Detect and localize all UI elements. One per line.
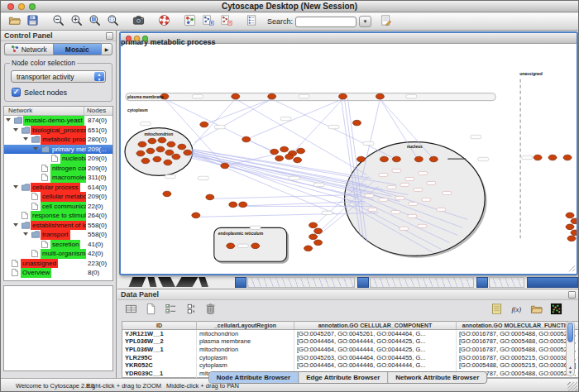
network-node[interactable] bbox=[227, 243, 235, 249]
network-node[interactable] bbox=[567, 236, 576, 241]
tree-row[interactable]: cell communicat22(0) bbox=[4, 202, 112, 212]
table-row[interactable]: YPL036W__1mitochondrion[GO:0044464, GO:0… bbox=[122, 346, 579, 354]
vizmapper-button[interactable] bbox=[180, 14, 199, 30]
tree-row[interactable]: nitrogen compo209(0) bbox=[4, 164, 112, 174]
table-row[interactable]: YJR121W__1mitochondrion[GO:0045267, GO:0… bbox=[122, 330, 579, 338]
table-cell[interactable]: YKR052C bbox=[122, 361, 197, 370]
minimize-network-icon[interactable] bbox=[134, 36, 140, 41]
search-input[interactable] bbox=[295, 17, 356, 27]
tree-row[interactable]: establishment of lo558(0) bbox=[4, 221, 112, 231]
background-window-thumbnail[interactable] bbox=[489, 277, 524, 288]
table-cell[interactable]: cytoplasm bbox=[197, 361, 294, 370]
network-node[interactable] bbox=[270, 149, 279, 155]
network-node[interactable] bbox=[376, 93, 384, 99]
search-dropdown-button[interactable]: ▼ bbox=[359, 16, 371, 27]
tab-mosaic[interactable]: Mosaic bbox=[53, 43, 102, 55]
scrollbar-thumb[interactable] bbox=[567, 323, 573, 342]
attribute-checkbox-button[interactable] bbox=[181, 303, 199, 318]
tree-row[interactable]: transport558(0) bbox=[4, 230, 112, 240]
table-cell[interactable]: [GO:0016787, GO:0005215, GO:0003824, G..… bbox=[457, 353, 579, 361]
network-node[interactable] bbox=[571, 230, 577, 236]
delete-attribute-button[interactable] bbox=[201, 303, 219, 318]
network-edge[interactable] bbox=[204, 99, 272, 125]
tree-row[interactable]: response to stimul264(0) bbox=[4, 211, 112, 221]
select-nodes-checkbox[interactable]: ✓ bbox=[12, 88, 21, 97]
table-cell[interactable]: [GO:0044464, GO:0044444, GO:0044425, G..… bbox=[294, 346, 457, 354]
network-node[interactable] bbox=[167, 141, 175, 147]
mini-node[interactable] bbox=[365, 194, 374, 197]
mini-node[interactable] bbox=[368, 208, 377, 211]
network-node[interactable] bbox=[141, 158, 150, 164]
tree-row[interactable]: metabolic process280(0) bbox=[4, 135, 112, 145]
open-file-button[interactable] bbox=[5, 14, 23, 30]
mini-node[interactable] bbox=[405, 177, 414, 180]
window-titlebar[interactable]: Cytoscape Desktop (New Session) bbox=[1, 1, 578, 12]
network-window-titlebar[interactable]: primary metabolic process bbox=[121, 33, 577, 44]
tab-overflow-arrow-icon[interactable]: ▶ bbox=[101, 43, 112, 55]
network-node[interactable] bbox=[148, 138, 156, 144]
network-node[interactable] bbox=[297, 148, 305, 154]
mini-node[interactable] bbox=[418, 224, 427, 227]
network-node[interactable] bbox=[352, 120, 361, 126]
attribute-matrix-button[interactable] bbox=[547, 303, 565, 318]
network-edge[interactable] bbox=[195, 99, 272, 142]
minimize-window-icon[interactable] bbox=[18, 3, 25, 10]
float-panel-icon[interactable] bbox=[106, 32, 113, 40]
network-node[interactable] bbox=[392, 156, 400, 162]
network-node[interactable] bbox=[268, 93, 276, 99]
disclosure-triangle-icon[interactable] bbox=[23, 232, 28, 236]
annotation-button[interactable] bbox=[242, 14, 261, 30]
network-node[interactable] bbox=[380, 156, 388, 162]
disclosure-triangle-icon[interactable] bbox=[6, 118, 11, 122]
mini-node[interactable] bbox=[379, 198, 388, 201]
mini-node[interactable] bbox=[392, 169, 401, 172]
tree-row[interactable]: macromolecule311(0) bbox=[4, 173, 112, 183]
table-row[interactable]: YPL036W__2plasma membrane[GO:0044464, GO… bbox=[122, 337, 579, 346]
mini-node[interactable] bbox=[422, 198, 431, 201]
background-window-edge[interactable] bbox=[476, 277, 488, 288]
background-window-edge[interactable] bbox=[357, 277, 369, 288]
network-node[interactable] bbox=[563, 155, 572, 160]
table-cell[interactable]: YJR121W__1 bbox=[122, 330, 197, 338]
network-node[interactable] bbox=[232, 93, 240, 99]
network-node[interactable] bbox=[138, 141, 146, 147]
tree-row[interactable]: unassigned223(0) bbox=[4, 259, 112, 269]
table-column-header[interactable]: _cellularLayoutRegion bbox=[197, 322, 294, 330]
tree-row[interactable]: multi-organism pro42(0) bbox=[4, 249, 112, 259]
table-cell[interactable]: [GO:0005488, GO:0005215, GO:0003674] bbox=[457, 361, 579, 370]
network-node[interactable] bbox=[239, 202, 247, 208]
background-window-thumbnail[interactable] bbox=[370, 277, 474, 288]
network-node[interactable] bbox=[339, 93, 347, 99]
disclosure-triangle-icon[interactable] bbox=[13, 223, 18, 227]
table-cell[interactable]: [GO:0045263, GO:0044464, GO:0044455, G..… bbox=[294, 353, 457, 361]
table-cell[interactable]: [GO:0044464, GO:0044444, GO:0044425, G..… bbox=[294, 337, 457, 346]
attribute-checklist-button[interactable] bbox=[161, 303, 179, 318]
disclosure-triangle-icon[interactable] bbox=[33, 147, 38, 151]
table-cell[interactable]: mitochondrion bbox=[197, 346, 294, 354]
close-network-icon[interactable] bbox=[126, 36, 132, 41]
tab-network[interactable]: Network bbox=[4, 43, 53, 55]
background-windows[interactable] bbox=[119, 276, 578, 289]
network-node[interactable] bbox=[164, 160, 172, 165]
tree-row[interactable]: Overview8(0) bbox=[4, 268, 112, 278]
background-window-thumbnail[interactable] bbox=[247, 277, 355, 288]
tree-column-network[interactable]: Network bbox=[4, 107, 84, 115]
network-node[interactable] bbox=[414, 156, 423, 162]
table-column-header[interactable]: annotation.GO MOLECULAR_FUNCTION bbox=[457, 322, 579, 330]
tab-edge-attribute-browser[interactable]: Edge Attribute Browser bbox=[299, 372, 388, 383]
edit-network-add-button[interactable] bbox=[199, 14, 217, 30]
network-node[interactable] bbox=[548, 155, 557, 160]
mini-node[interactable] bbox=[379, 173, 388, 176]
import-attributes-button[interactable] bbox=[487, 303, 505, 318]
mini-node[interactable] bbox=[391, 210, 400, 213]
table-column-header[interactable]: ID bbox=[122, 322, 197, 330]
network-node[interactable] bbox=[158, 137, 166, 143]
mini-node[interactable] bbox=[437, 208, 446, 211]
node-color-select[interactable]: transporter activity ▲▼ bbox=[11, 70, 106, 83]
mini-node[interactable] bbox=[408, 214, 417, 218]
tree-row[interactable]: secretion41(0) bbox=[4, 240, 112, 250]
network-view-window[interactable]: primary metabolic process plasma membran… bbox=[119, 31, 578, 275]
edit-network-remove-button[interactable] bbox=[217, 14, 235, 30]
zoom-in-button[interactable] bbox=[67, 14, 85, 30]
zoom-selected-button[interactable] bbox=[103, 14, 122, 30]
